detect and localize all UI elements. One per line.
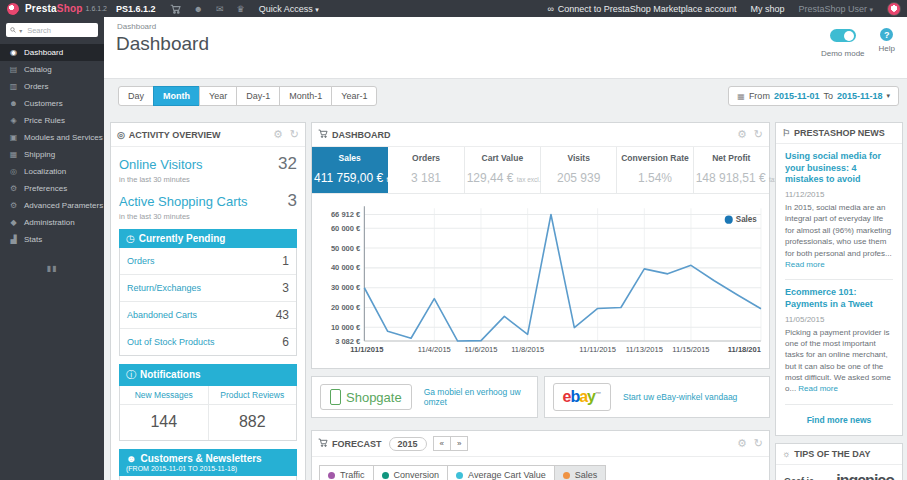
price-rules-icon: ◈	[9, 116, 18, 125]
gear-icon[interactable]: ⚙	[737, 128, 747, 141]
sidebar-item-orders[interactable]: ▥Orders	[0, 78, 104, 95]
kpi-conversion-rate[interactable]: Conversion Rate1.54%	[617, 147, 693, 193]
sidebar-item-customers[interactable]: ☻Customers	[0, 95, 104, 112]
caret-down-icon: ▾	[886, 92, 890, 100]
range-day-1-button[interactable]: Day-1	[236, 86, 280, 106]
gear-icon[interactable]: ⚙	[737, 437, 747, 450]
sidebar-item-preferences[interactable]: ⚙Preferences	[0, 180, 104, 197]
calendar-icon: ▦	[737, 92, 745, 101]
pending-out-of-stock-link[interactable]: Out of Stock Products	[127, 337, 215, 347]
kpi-visits[interactable]: Visits205 939	[541, 147, 617, 193]
search-input[interactable]	[25, 25, 94, 36]
shopgate-link[interactable]: Ga mobiel en verhoog uw omzet	[424, 387, 529, 407]
quick-access-menu[interactable]: Quick Access ▾	[259, 4, 319, 14]
date-to: 2015-11-18	[837, 91, 883, 101]
marketplace-link[interactable]: ∞Connect to PrestaShop Marketplace accou…	[547, 4, 736, 14]
date-range-picker[interactable]: ▦ From2015-11-01 To2015-11-18 ▾	[728, 86, 899, 106]
prestashop-news-panel: ⚐PRESTASHOP NEWS Using social media for …	[775, 122, 903, 436]
date-range-toolbar: Day Month Year Day-1 Month-1 Year-1 ▦ Fr…	[104, 79, 907, 106]
svg-text:11/1/2015: 11/1/2015	[350, 345, 384, 354]
forecast-toggles: Traffic Conversion Average Cart Value Sa…	[312, 457, 769, 480]
kpi-cart-value[interactable]: Cart Value129,44 € tax excl.	[465, 147, 541, 193]
svg-text:66 912 €: 66 912 €	[331, 210, 361, 219]
sidebar-item-stats[interactable]: ▟Stats	[0, 231, 104, 248]
sidebar-item-price-rules[interactable]: ◈Price Rules	[0, 112, 104, 129]
online-visitors-link[interactable]: Online Visitors	[119, 157, 203, 172]
svg-text:11/6/2015: 11/6/2015	[464, 345, 497, 354]
range-month-1-button[interactable]: Month-1	[279, 86, 332, 106]
kpi-orders[interactable]: Orders3 181	[388, 147, 464, 193]
toggle-traffic[interactable]: Traffic	[319, 465, 374, 480]
orders-icon: ▥	[9, 82, 18, 91]
sidebar-item-catalog[interactable]: ▤Catalog	[0, 61, 104, 78]
read-more-link[interactable]: Read more	[785, 260, 825, 269]
breadcrumb[interactable]: Dashboard	[117, 22, 156, 31]
range-day-button[interactable]: Day	[118, 86, 154, 106]
notifications-header: ⓘNotifications	[119, 364, 297, 386]
dashboard-panel-title: DASHBOARD	[318, 129, 391, 140]
my-shop-link[interactable]: My shop	[750, 4, 784, 14]
range-month-button[interactable]: Month	[153, 86, 200, 106]
user-avatar[interactable]	[887, 2, 901, 16]
user-menu[interactable]: PrestaShop User ▾	[798, 4, 873, 14]
toggle-average-cart-value[interactable]: Average Cart Value	[447, 465, 555, 480]
new-messages-link[interactable]: New Messages	[120, 386, 208, 405]
mail-icon[interactable]: ✉	[216, 4, 224, 14]
forecast-year-badge: 2015	[389, 437, 427, 451]
refresh-icon[interactable]: ↻	[290, 128, 299, 141]
brand-version: 1.6.1.2	[86, 5, 107, 12]
kpi-sales[interactable]: Sales411 759,00 € tax excl.	[312, 147, 388, 193]
range-year-button[interactable]: Year	[199, 86, 237, 106]
svg-text:20 000 €: 20 000 €	[331, 303, 361, 312]
pending-returns-link[interactable]: Return/Exchanges	[127, 283, 201, 293]
gear-icon[interactable]: ⚙	[273, 128, 283, 141]
toggle-sales[interactable]: Sales	[554, 465, 607, 480]
svg-text:Sales: Sales	[736, 215, 757, 224]
shopgate-card[interactable]: Shopgate Ga mobiel en verhoog uw omzet	[311, 376, 538, 418]
product-reviews-link[interactable]: Product Reviews	[209, 386, 297, 405]
forecast-prev-button[interactable]: «	[433, 436, 451, 451]
toggle-conversion[interactable]: Conversion	[373, 465, 449, 480]
sidebar-item-localization[interactable]: ◎Localization	[0, 163, 104, 180]
demo-mode-toggle[interactable]	[830, 29, 856, 42]
range-year-1-button[interactable]: Year-1	[331, 86, 377, 106]
news-article-title[interactable]: Using social media for your business: 4 …	[785, 151, 893, 186]
customers-icon: ☻	[9, 99, 18, 108]
administration-icon: ◆	[9, 218, 18, 227]
prestashop-logo-icon[interactable]	[7, 3, 19, 15]
svg-text:11/8/2015: 11/8/2015	[511, 345, 544, 354]
trophy-icon[interactable]: ♛	[237, 4, 245, 14]
forecast-panel-title: FORECAST	[318, 438, 382, 449]
sidebar-item-administration[interactable]: ◆Administration	[0, 214, 104, 231]
demo-mode-control: Demo mode	[821, 28, 865, 58]
notification-cell: Product Reviews882	[208, 386, 297, 440]
modules-icon: ▣	[9, 133, 18, 142]
ebay-card[interactable]: ebay™ Start uw eBay-winkel vandaag	[544, 376, 771, 418]
find-more-news-link[interactable]: Find more news	[785, 412, 893, 431]
news-article-title[interactable]: Ecommerce 101: Payments in a Tweet	[785, 287, 893, 310]
kpi-net-profit[interactable]: Net Profit148 918,51 € tax excl.	[694, 147, 769, 193]
read-more-link[interactable]: Read more	[798, 384, 838, 393]
pending-abandoned-link[interactable]: Abandoned Carts	[127, 310, 197, 320]
sidebar-item-advanced-parameters[interactable]: ⚙Advanced Parameters	[0, 197, 104, 214]
ingenico-logo[interactable]: ingenico Payment services	[820, 473, 894, 480]
sidebar-collapse-icon[interactable]: ▮▮	[0, 264, 104, 273]
pending-orders-link[interactable]: Orders	[127, 256, 155, 266]
sidebar-item-shipping[interactable]: ▦Shipping	[0, 146, 104, 163]
help-icon[interactable]: ?	[880, 28, 893, 41]
customer-icon[interactable]: ☻	[194, 4, 203, 14]
online-visitors-value: 32	[278, 154, 297, 174]
active-carts-sub: in the last 30 minutes	[119, 212, 297, 221]
sidebar-item-modules[interactable]: ▣Modules and Services	[0, 129, 104, 146]
sidebar-item-dashboard[interactable]: ◉Dashboard	[0, 44, 104, 61]
shop-cart-icon[interactable]	[170, 4, 181, 14]
forecast-next-button[interactable]: »	[450, 436, 468, 451]
caret-down-icon: ▾	[869, 6, 873, 13]
active-carts-link[interactable]: Active Shopping Carts	[119, 194, 248, 209]
refresh-icon[interactable]: ↻	[754, 128, 763, 141]
sidebar-search[interactable]: ▾	[6, 23, 98, 37]
demo-mode-label: Demo mode	[821, 49, 865, 58]
ebay-link[interactable]: Start uw eBay-winkel vandaag	[623, 392, 737, 402]
svg-text:11/4/2015: 11/4/2015	[418, 345, 451, 354]
refresh-icon[interactable]: ↻	[754, 437, 763, 450]
